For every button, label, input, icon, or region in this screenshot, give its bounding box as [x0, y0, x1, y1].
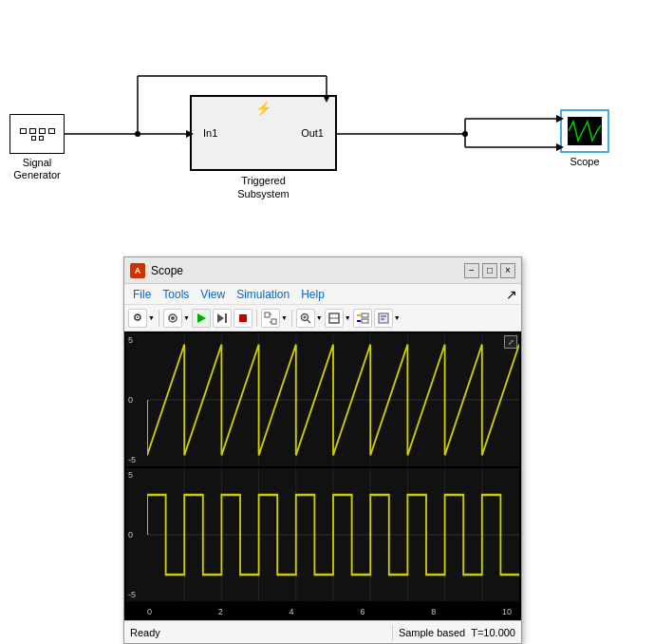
top-plot-ymax: 5 [128, 335, 133, 345]
signal-routing-button[interactable] [261, 309, 280, 328]
scope-menubar: File Tools View Simulation Help ↗ [124, 284, 521, 305]
minimize-button[interactable]: − [464, 263, 479, 278]
scope-app-icon: A [130, 263, 145, 278]
scope-titlebar: A Scope − □ × [124, 257, 521, 284]
legend-button[interactable] [353, 309, 372, 328]
save-screenshot-button[interactable] [163, 309, 182, 328]
xaxis-label-0: 0 [147, 607, 152, 616]
scope-block-label: Scope [570, 156, 599, 167]
xaxis-label-8: 8 [431, 607, 436, 616]
toolbar-separator [159, 310, 159, 327]
window-controls: − □ × [464, 263, 515, 278]
xaxis-label-6: 6 [360, 607, 364, 616]
xaxis-label-4: 4 [290, 607, 294, 616]
x-axis-labels: 0 2 4 6 8 10 [147, 607, 519, 616]
restore-button[interactable]: □ [482, 263, 497, 278]
svg-marker-18 [197, 313, 206, 323]
svg-rect-20 [225, 313, 227, 323]
toolbar-separator-2 [256, 310, 257, 327]
scope-block[interactable]: Scope [560, 109, 609, 167]
x-axis-bar: 0 2 4 6 8 10 [126, 603, 519, 620]
sig-gen-icon-cell [39, 128, 46, 134]
svg-point-17 [171, 316, 175, 320]
top-plot-ymid: 0 [128, 395, 133, 405]
save-dropdown-arrow[interactable]: ▼ [183, 314, 190, 321]
style-dropdown-arrow[interactable]: ▼ [394, 314, 401, 321]
simulink-diagram: Signal Generator ⚡ In1 Out1 Triggered Su… [0, 0, 654, 256]
status-mode-text: Sample based [399, 627, 465, 638]
top-plot-ymin: -5 [128, 455, 136, 464]
svg-rect-22 [265, 313, 270, 317]
svg-rect-35 [362, 319, 368, 323]
signal-generator-label: Signal Generator [13, 157, 61, 181]
undock-icon[interactable]: ↗ [506, 287, 517, 302]
sig-gen-icon-cell [29, 128, 36, 134]
menu-help[interactable]: Help [296, 287, 329, 302]
bottom-plot: 5 0 -5 [126, 468, 519, 601]
menu-file[interactable]: File [128, 287, 156, 302]
scope-statusbar: Ready Sample based T=10.000 [124, 620, 521, 643]
bottom-plot-ymin: -5 [128, 590, 136, 599]
routing-dropdown-arrow[interactable]: ▼ [281, 314, 288, 321]
settings-dropdown-arrow[interactable]: ▼ [148, 314, 155, 321]
svg-rect-33 [362, 313, 368, 317]
status-time-text: T=10.000 [471, 627, 515, 638]
svg-rect-21 [239, 314, 247, 322]
bottom-plot-ymax: 5 [128, 470, 133, 480]
toolbar-separator-3 [291, 310, 292, 327]
scope-plot-area: 5 0 -5 ⤢ 5 [124, 331, 521, 620]
svg-rect-23 [271, 319, 276, 324]
svg-point-9 [462, 131, 468, 137]
status-separator [392, 625, 393, 640]
scope-window: A Scope − □ × File Tools View Simulation… [123, 256, 522, 644]
stop-button[interactable] [234, 309, 252, 328]
menu-view[interactable]: View [196, 287, 230, 302]
step-forward-button[interactable] [213, 309, 232, 328]
port-out-label: Out1 [301, 127, 324, 139]
signal-generator-block: Signal Generator [9, 114, 65, 181]
fit-view-button[interactable] [325, 309, 344, 328]
style-editor-button[interactable] [374, 309, 393, 328]
zoom-dropdown-arrow[interactable]: ▼ [316, 314, 323, 321]
sig-gen-icon-cell [48, 128, 55, 134]
xaxis-label-2: 2 [218, 607, 223, 616]
scope-window-title: Scope [151, 264, 458, 277]
svg-line-27 [308, 320, 310, 323]
menu-simulation[interactable]: Simulation [232, 287, 294, 302]
port-in-label: In1 [203, 127, 217, 139]
scope-toolbar: ⚙ ▼ ▼ ▼ [124, 305, 521, 331]
menu-tools[interactable]: Tools [158, 287, 194, 302]
play-button[interactable] [192, 309, 211, 328]
triggered-subsystem-block: ⚡ In1 Out1 Triggered Subsystem [190, 95, 337, 201]
bottom-plot-ymid: 0 [128, 530, 133, 540]
svg-marker-19 [217, 313, 224, 323]
triggered-subsystem-label: Triggered Subsystem [237, 174, 289, 201]
top-plot: 5 0 -5 ⤢ [126, 333, 519, 466]
settings-button[interactable]: ⚙ [128, 309, 147, 328]
sig-gen-icon-cell-small [39, 136, 44, 141]
status-ready-text: Ready [130, 627, 386, 638]
svg-point-1 [135, 131, 140, 137]
sig-gen-icon-cell [20, 128, 27, 134]
fit-dropdown-arrow[interactable]: ▼ [345, 314, 351, 321]
close-button[interactable]: × [500, 263, 515, 278]
trigger-icon: ⚡ [255, 101, 271, 116]
scope-screen [568, 117, 602, 145]
svg-rect-36 [379, 313, 388, 323]
xaxis-label-10: 10 [502, 607, 512, 616]
zoom-in-button[interactable] [296, 309, 315, 328]
sig-gen-icon-cell-small [31, 136, 36, 141]
